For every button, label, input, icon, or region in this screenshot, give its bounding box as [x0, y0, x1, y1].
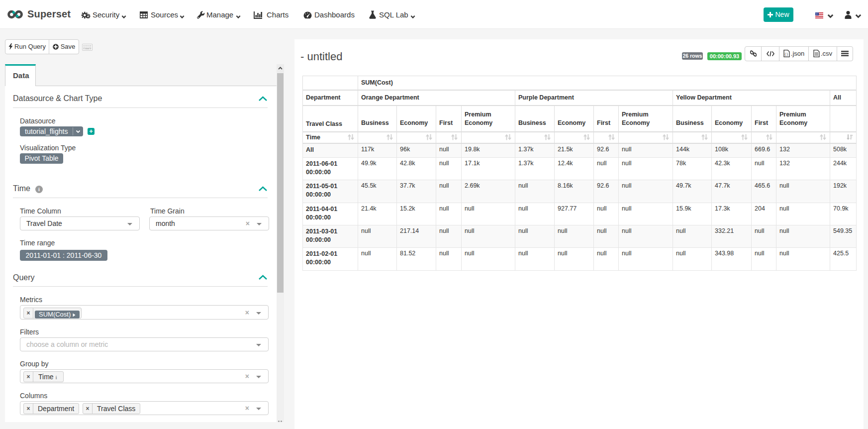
svg-text:{ }: { } — [784, 52, 788, 56]
